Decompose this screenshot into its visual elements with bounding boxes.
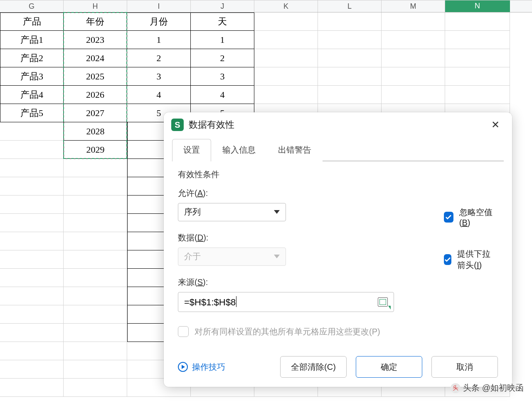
cell[interactable] [0, 177, 64, 196]
source-input[interactable]: =$H$1:$H$8 [178, 292, 394, 312]
cell[interactable] [0, 250, 64, 269]
cell[interactable]: 3 [127, 67, 191, 86]
cell[interactable] [64, 196, 127, 214]
cell[interactable] [64, 159, 127, 177]
column-header-J[interactable]: J [191, 0, 254, 12]
cell[interactable] [318, 12, 382, 31]
range-select-icon[interactable] [378, 297, 388, 307]
cell[interactable]: 1 [127, 31, 191, 49]
cell[interactable] [64, 214, 127, 232]
cell[interactable] [254, 49, 318, 67]
cell[interactable] [382, 31, 445, 49]
cell[interactable]: 3 [191, 67, 254, 86]
clear-all-button[interactable]: 全部清除(C) [280, 356, 347, 378]
cell[interactable] [382, 49, 445, 67]
dropdown-arrow-checkbox[interactable] [444, 254, 451, 265]
tab-error-alert[interactable]: 出错警告 [267, 139, 323, 161]
cell[interactable] [382, 86, 445, 104]
column-headers: GHIJKLMN [0, 0, 532, 12]
cell[interactable] [318, 31, 382, 49]
cell[interactable]: 1 [191, 31, 254, 49]
allow-value: 序列 [184, 206, 201, 218]
cell[interactable] [0, 159, 64, 177]
watermark: 头 头条 @如初映函 [451, 382, 524, 394]
cell[interactable] [318, 86, 382, 104]
cell[interactable]: 2029 [64, 141, 127, 159]
column-header-L[interactable]: L [318, 0, 382, 12]
cell[interactable]: 2026 [64, 86, 127, 104]
column-header-M[interactable]: M [382, 0, 445, 12]
cell[interactable]: 年份 [64, 12, 127, 31]
cell[interactable] [445, 31, 510, 49]
column-header-G[interactable]: G [0, 0, 64, 12]
cell[interactable] [0, 122, 64, 141]
cell[interactable] [64, 250, 127, 269]
close-icon[interactable]: ✕ [488, 118, 503, 131]
cell[interactable] [445, 67, 510, 86]
column-header-H[interactable]: H [64, 0, 127, 12]
cell[interactable] [0, 379, 64, 397]
cell[interactable] [0, 360, 64, 379]
cell[interactable]: 2025 [64, 67, 127, 86]
cell[interactable]: 4 [191, 86, 254, 104]
cell[interactable] [254, 12, 318, 31]
cell[interactable] [0, 269, 64, 287]
cell[interactable]: 2 [191, 49, 254, 67]
cell[interactable]: 产品3 [0, 67, 64, 86]
cell[interactable] [382, 67, 445, 86]
validation-criteria-label: 有效性条件 [178, 169, 498, 180]
cell[interactable]: 产品5 [0, 104, 64, 122]
cancel-button[interactable]: 取消 [431, 356, 498, 378]
apply-all-checkbox[interactable] [178, 326, 189, 337]
cell[interactable] [0, 214, 64, 232]
tab-settings[interactable]: 设置 [172, 139, 211, 161]
app-icon: S [171, 119, 184, 131]
cell[interactable]: 2028 [64, 122, 127, 141]
dropdown-arrow-label: 提供下拉箭头(I) [457, 248, 498, 271]
column-header-I[interactable]: I [127, 0, 191, 12]
cell[interactable]: 4 [127, 86, 191, 104]
cell[interactable]: 2024 [64, 49, 127, 67]
cell[interactable] [445, 12, 510, 31]
cell[interactable]: 月份 [127, 12, 191, 31]
cell[interactable] [445, 49, 510, 67]
cell[interactable] [64, 177, 127, 196]
ok-button[interactable]: 确定 [356, 356, 422, 378]
cell[interactable]: 产品1 [0, 31, 64, 49]
cell[interactable] [64, 379, 127, 397]
allow-select[interactable]: 序列 [178, 203, 286, 221]
cell[interactable]: 产品2 [0, 49, 64, 67]
cell[interactable]: 2027 [64, 104, 127, 122]
tab-input-message[interactable]: 输入信息 [211, 139, 267, 161]
cell[interactable] [0, 141, 64, 159]
cell[interactable]: 产品4 [0, 86, 64, 104]
cell[interactable] [254, 86, 318, 104]
cell[interactable] [318, 49, 382, 67]
cell[interactable] [64, 360, 127, 379]
cell[interactable]: 2023 [64, 31, 127, 49]
cell[interactable] [64, 287, 127, 305]
cell[interactable] [64, 305, 127, 324]
cell[interactable] [64, 342, 127, 360]
cell[interactable] [0, 342, 64, 360]
cell[interactable]: 产品 [0, 12, 64, 31]
cell[interactable] [0, 196, 64, 214]
cell[interactable] [64, 232, 127, 250]
cell[interactable] [254, 67, 318, 86]
cell[interactable] [64, 324, 127, 342]
cell[interactable] [318, 67, 382, 86]
cell[interactable]: 天 [191, 12, 254, 31]
cell[interactable] [382, 12, 445, 31]
cell[interactable] [0, 287, 64, 305]
cell[interactable] [445, 86, 510, 104]
cell[interactable] [0, 232, 64, 250]
cell[interactable]: 2 [127, 49, 191, 67]
tips-link[interactable]: 操作技巧 [178, 361, 225, 373]
cell[interactable] [254, 31, 318, 49]
cell[interactable] [64, 269, 127, 287]
column-header-N[interactable]: N [445, 0, 510, 12]
column-header-K[interactable]: K [254, 0, 318, 12]
cell[interactable] [0, 305, 64, 324]
ignore-blank-checkbox[interactable] [444, 212, 453, 223]
cell[interactable] [0, 324, 64, 342]
